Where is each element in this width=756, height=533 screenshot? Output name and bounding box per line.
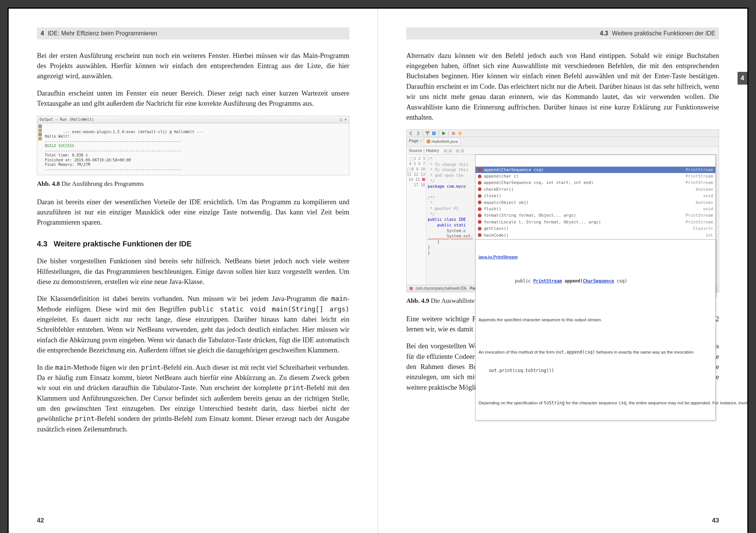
autocomplete-item[interactable]: flush()void (476, 206, 715, 212)
svg-rect-3 (452, 132, 455, 135)
editor-gutter: −1 2 3 4 5 6 7 −8 9 10 11 12 13 14 15 17… (407, 155, 426, 285)
autocomplete-item[interactable]: checkError()boolean (476, 186, 715, 193)
ide-toolbar (407, 130, 719, 137)
autocomplete-return-type: PrintStream (686, 167, 713, 173)
autocomplete-signature: checkError() (484, 187, 694, 192)
console-line: ----------------------------------------… (45, 139, 181, 143)
autocomplete-return-type: PrintStream (686, 219, 713, 225)
status-classpath: com.mycompany.hallowelt.IDE (416, 286, 467, 292)
autocomplete-item[interactable]: equals(Object obj)boolean (476, 199, 715, 206)
autocomplete-signature: getClass() (484, 226, 691, 231)
javadoc-code-sample: out.print(csq.toString()) (479, 367, 712, 374)
body-paragraph: Die Klassendefinition ist dabei bereits … (37, 294, 349, 355)
ide-editor-pane: −1 2 3 4 5 6 7 −8 9 10 11 12 13 14 15 17… (407, 155, 719, 285)
console-line: Hallo Welt! (45, 134, 70, 138)
subtab-source[interactable]: Source (409, 147, 422, 153)
ide-tab-bar: Page × HalloWelt.java (407, 137, 719, 146)
autocomplete-item[interactable]: append(CharSequence csq, int start, int … (476, 179, 715, 186)
console-window-controls: □ × (340, 117, 347, 123)
autocomplete-signature: close() (484, 193, 701, 199)
autocomplete-signature: append(char c) (484, 173, 683, 179)
svg-point-4 (458, 132, 462, 135)
back-icon[interactable] (409, 131, 414, 136)
inline-code: print (284, 384, 304, 392)
method-icon (478, 227, 482, 231)
inline-code: print (141, 364, 161, 371)
method-icon (478, 194, 482, 198)
page-right: 4.3 Weitere praktische Funktionen der ID… (378, 9, 747, 533)
autocomplete-return-type: PrintStream (686, 213, 713, 218)
autocomplete-item[interactable]: format(Locale l, String format, Object..… (476, 219, 715, 225)
running-head-section-num: 4.3 (600, 29, 608, 38)
tab-file[interactable]: HalloWelt.java (424, 138, 460, 145)
autocomplete-return-type: int (706, 232, 713, 238)
autocomplete-signature: format(String format, Object... args) (484, 213, 683, 218)
inline-code: public static void main(String[] args) (190, 305, 349, 313)
javadoc-class-link[interactable]: java.io.PrintStream (479, 255, 518, 259)
method-icon (478, 200, 482, 204)
inline-code: print (75, 415, 95, 422)
autocomplete-item[interactable]: append(CharSequence csq)PrintStream (476, 167, 715, 173)
method-icon (478, 181, 482, 185)
javadoc-panel: java.io.PrintStream public PrintStream a… (475, 239, 716, 421)
console-gutter-icons (38, 125, 42, 140)
autocomplete-return-type: boolean (696, 200, 713, 205)
javadoc-signature: public PrintStream append(CharSequence c… (479, 272, 712, 290)
javadoc-paragraph: Depending on the specification of toStri… (479, 400, 712, 406)
subtab-history[interactable]: History (426, 147, 439, 153)
body-paragraph: Die bisher vorgestellten Funktionen sind… (37, 256, 349, 287)
autocomplete-item[interactable]: hashCode()int (476, 232, 715, 238)
autocomplete-item[interactable]: getClass()Class<?> (476, 225, 715, 232)
autocomplete-item[interactable]: format(String format, Object... args)Pri… (476, 212, 715, 219)
section-title-text: Weitere praktische Funktionen der IDE (53, 240, 191, 248)
method-icon (478, 175, 482, 178)
autocomplete-signature: equals(Object obj) (484, 200, 694, 205)
autocomplete-return-type: Class<?> (693, 226, 713, 231)
autocomplete-return-type: void (703, 206, 713, 212)
page-number: 43 (712, 516, 719, 525)
hammer-icon[interactable] (425, 131, 430, 136)
method-icon (478, 220, 482, 224)
editor-toolbar-icons: ▦ ▦ · ▦ ▦ (444, 147, 464, 153)
tab-close-icon[interactable]: × (420, 138, 422, 145)
body-paragraph: In die main-Methode fügen wir den print-… (37, 363, 349, 435)
autocomplete-return-type: PrintStream (686, 180, 713, 185)
autocomplete-item[interactable]: append(char c)PrintStream (476, 173, 715, 179)
autocomplete-return-type: boolean (696, 187, 713, 192)
body-paragraph: Bei der ersten Ausführung erscheint nun … (37, 51, 349, 82)
profile-icon[interactable] (457, 131, 462, 136)
caption-label: Abb. 4.9 (406, 297, 429, 304)
editor-code[interactable]: /* * To change this * To change this * a… (426, 155, 719, 285)
run-icon (38, 125, 42, 128)
inline-code: main (55, 364, 71, 371)
svg-rect-0 (425, 131, 429, 133)
figure-ide-autocomplete: Page × HalloWelt.java Source | History ▦… (406, 129, 719, 292)
console-line: ----------------------------------------… (45, 149, 181, 153)
autocomplete-signature: format(Locale l, String format, Object..… (484, 219, 683, 225)
section-number: 4.3 (37, 240, 47, 248)
running-head-right: 4.3 Weitere praktische Funktionen der ID… (406, 27, 719, 39)
forward-icon[interactable] (415, 131, 420, 136)
tab-page[interactable]: Page (409, 138, 419, 145)
body-paragraph: Daraufhin erscheint unten im Fenster ein… (37, 88, 349, 109)
console-body: --- exec-maven-plugin:1.5.0:exec (defaul… (37, 123, 349, 175)
clean-icon[interactable] (431, 131, 436, 136)
figure-console-output: Output – Run (HalloWelt) □ × --- exec-ma… (37, 116, 349, 176)
console-line: ----------------------------------------… (45, 167, 181, 172)
svg-rect-1 (427, 133, 428, 135)
console-line: Final Memory: 7M/27M (45, 162, 90, 167)
method-icon (478, 187, 482, 191)
running-head-section-title: Weitere praktische Funktionen der IDE (612, 29, 716, 38)
autocomplete-signature: append(CharSequence csq) (484, 167, 683, 173)
autocomplete-item[interactable]: close()void (476, 193, 715, 199)
section-heading: 4.3 Weitere praktische Funktionen der ID… (37, 238, 349, 250)
console-build-success: BUILD SUCCESS (45, 144, 74, 148)
javadoc-paragraph: An invocation of this method of the form… (479, 349, 712, 355)
debug-icon[interactable] (451, 131, 456, 136)
toolbar-divider (439, 131, 439, 136)
caption-text: Die Ausführung des Programms (60, 180, 144, 187)
toolbar-divider (448, 131, 449, 136)
error-status-icon (410, 287, 413, 290)
toolbar-divider (422, 131, 423, 136)
run-icon[interactable] (441, 131, 446, 136)
